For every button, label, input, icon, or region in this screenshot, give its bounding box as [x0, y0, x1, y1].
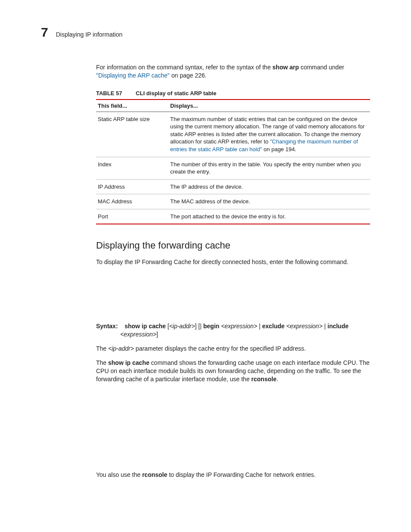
syntax-arg: <expression> [120, 331, 156, 338]
table-row: Static ARP table size The maximum number… [96, 112, 370, 157]
table-row: Port The port attached to the device the… [96, 209, 370, 224]
syntax-pipe: | [323, 323, 327, 330]
syntax-block: Syntax: show ip cache [<ip-addr>] [| beg… [96, 322, 370, 339]
arg: <ip-addr> [108, 345, 134, 352]
col-header-field: This field... [96, 100, 168, 112]
section-title: Displaying IP information [56, 31, 123, 38]
col-header-displays: Displays... [168, 100, 370, 112]
cell-displays: The MAC address of the device. [168, 194, 370, 209]
syntax-kw-include: include [327, 323, 349, 330]
cell-field: MAC Address [96, 194, 168, 209]
syntax-label: Syntax: [96, 323, 118, 330]
syntax-seg: ] [| [195, 323, 203, 330]
intro-paragraph: For information on the command syntax, r… [96, 63, 370, 80]
cell-field: Static ARP table size [96, 112, 168, 157]
desc-post: on page 194. [262, 146, 296, 152]
cell-displays: The number of this entry in the table. Y… [168, 157, 370, 179]
cell-field: Index [96, 157, 168, 179]
table-header-row: This field... Displays... [96, 100, 370, 112]
syntax-arg: <expression> [286, 323, 323, 330]
cmd: show ip cache [108, 359, 149, 366]
intro-post: command under [299, 64, 344, 71]
syntax-arg: <expression> [221, 323, 257, 330]
text: The [96, 345, 108, 352]
cell-field: Port [96, 209, 168, 224]
document-page: 7 Displaying IP information For informat… [0, 0, 411, 532]
para-ipaddr: The <ip-addr> parameter displays the cac… [96, 345, 370, 353]
para-rconsole-network: You also use the rconsole to display the… [96, 471, 370, 479]
syntax-line2: <expression>] [96, 330, 370, 339]
cell-displays: The port attached to the device the entr… [168, 209, 370, 224]
running-header: 7 Displaying IP information [41, 25, 370, 40]
cmd-rconsole: rconsole [251, 376, 276, 383]
syntax-seg: [ [166, 323, 169, 330]
table-row: MAC Address The MAC address of the devic… [96, 194, 370, 209]
intro-pre: For information on the command syntax, r… [96, 64, 272, 71]
chapter-number: 7 [41, 25, 48, 40]
forwarding-intro: To display the IP Forwarding Cache for d… [96, 258, 370, 266]
syntax-cmd: show ip cache [125, 323, 166, 330]
subheading-forwarding-cache: Displaying the forwarding cache [96, 240, 370, 251]
cell-field: IP Address [96, 179, 168, 194]
text: to display the IP Forwarding Cache for n… [167, 471, 315, 478]
text: . [277, 376, 278, 383]
syntax-arg: <ip-addr> [169, 323, 195, 330]
syntax-kw-begin: begin [203, 323, 219, 330]
table-row: IP Address The IP address of the device. [96, 179, 370, 194]
syntax-close: ] [156, 331, 158, 338]
cell-displays: The IP address of the device. [168, 179, 370, 194]
syntax-kw-exclude: exclude [262, 323, 284, 330]
text: The [96, 359, 108, 366]
intro-after-link: on page 226. [170, 72, 207, 79]
content-block: For information on the command syntax, r… [96, 63, 370, 479]
syntax-pipe: | [257, 323, 262, 330]
cell-displays: The maximum number of static entries tha… [168, 112, 370, 157]
table-title: CLI display of static ARP table [136, 90, 216, 96]
text: parameter displays the cache entry for t… [134, 345, 306, 352]
cmd-rconsole: rconsole [142, 471, 167, 478]
table-label: TABLE 57 [96, 90, 122, 96]
intro-link[interactable]: "Displaying the ARP cache" [96, 72, 170, 79]
spacer [96, 389, 370, 471]
static-arp-table: This field... Displays... Static ARP tab… [96, 99, 370, 224]
para-show-ip-cache: The show ip cache command shows the forw… [96, 359, 370, 383]
text: You also use the [96, 471, 142, 478]
intro-cmd: show arp [272, 64, 299, 71]
table-row: Index The number of this entry in the ta… [96, 157, 370, 179]
table-caption: TABLE 57 CLI display of static ARP table [96, 90, 370, 96]
